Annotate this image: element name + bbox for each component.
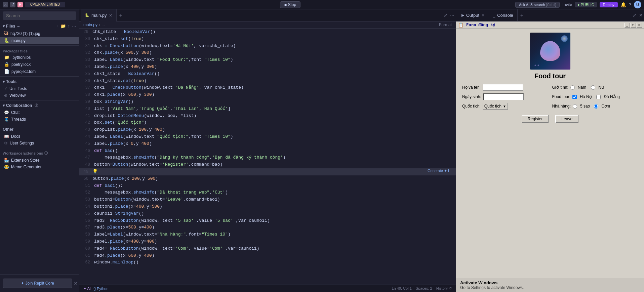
invite-button[interactable]: Invite — [562, 2, 572, 7]
python-file-icon: 🐍 — [4, 38, 9, 43]
divider-3 — [0, 100, 79, 100]
code-line-29: 29 chk_state = BooleanVar() — [79, 29, 456, 36]
code-line-48: 48 button=Button(window,text='Register',… — [79, 161, 456, 168]
file-item-main-py[interactable]: 🐍 main.py — [0, 37, 79, 44]
add-folder-icon[interactable]: 📁 — [61, 24, 66, 29]
sidebar-item-webview[interactable]: ⊕ Webview — [0, 92, 79, 99]
code-line-38: 38 chk1.place(x=600,y=300) — [79, 91, 456, 98]
main-layout: ▾ Files ☁ + 📁 ↑ ⋯ 🖼 hq720 (1) (1).jpg 🐍 … — [0, 9, 644, 292]
unit-tests-icon: ✓ — [4, 86, 7, 91]
history-status[interactable]: History ↺ — [436, 286, 452, 291]
ho-va-ten-input[interactable] — [483, 84, 523, 91]
help-icon[interactable]: ? — [629, 2, 631, 7]
leave-button[interactable]: Leave — [555, 115, 578, 123]
ha-noi-label: Hà Nội — [580, 94, 592, 99]
code-line-51: 51 def bao1(): — [79, 182, 456, 190]
window-maximize-button[interactable]: □ — [631, 23, 636, 28]
code-line-49: 49 💡 Generate ✦ I — [79, 168, 456, 175]
file-item-hq720[interactable]: 🖼 hq720 (1) (1).jpg — [0, 30, 79, 37]
quoc-tich-select[interactable]: Quốc tịch ▼ — [483, 103, 508, 110]
activate-windows-notice: Activate Windows Go to Settings to activ… — [456, 278, 644, 292]
divider-2 — [0, 76, 79, 77]
add-tab-button[interactable]: + — [117, 12, 125, 18]
packager-label: Packager files — [0, 47, 79, 54]
ngay-sinh-input[interactable] — [483, 93, 524, 100]
generate-button[interactable]: Generate ✦ I — [425, 168, 452, 173]
public-badge[interactable]: ● PUBLIC — [575, 2, 597, 7]
da-nang-checkbox[interactable] — [596, 95, 601, 99]
5sao-radio[interactable] — [573, 104, 577, 109]
sidebar-item-extension-store[interactable]: 🏪 Extension Store — [0, 157, 79, 164]
join-replit-core-button[interactable]: ✦ Join Replit Core — [3, 279, 72, 288]
nu-radio[interactable] — [591, 85, 595, 90]
register-button[interactable]: Register — [522, 115, 549, 123]
code-line-45: 45 label.place(x=0,y=400) — [79, 140, 456, 148]
workspace-info-icon: ⓘ — [44, 151, 48, 156]
code-line-41: 41 droplist=OptionMenu(window, box, *lis… — [79, 113, 456, 120]
divider-5 — [0, 148, 79, 148]
more-editor-icon[interactable]: ⋯ — [450, 13, 454, 18]
code-line-61: 61 rad4.place(x=600,y=400) — [79, 252, 456, 259]
nha-hang-row: Nhà hàng: 5 sao Cơm — [552, 103, 638, 110]
tab-output[interactable]: ▶ Output ✕ — [457, 9, 489, 22]
avatar[interactable]: U — [634, 1, 641, 8]
food-tour-image: ✦ ✦ — [530, 33, 570, 70]
output-tab-close-icon[interactable]: ✕ — [481, 13, 485, 18]
close-panel-icon[interactable]: ✕ — [639, 13, 643, 18]
tab-close-icon[interactable]: ✕ — [109, 13, 112, 18]
refresh-icon[interactable]: ↺ — [10, 2, 15, 7]
maximize-panel-icon[interactable]: ⤢ — [633, 13, 636, 18]
lock-file-icon: 🔒 — [4, 62, 9, 67]
bell-icon[interactable]: 🔔 — [620, 2, 626, 7]
window-minimize-button[interactable]: _ — [625, 23, 630, 28]
com-radio[interactable] — [594, 104, 598, 109]
sidebar-item-unit-tests[interactable]: ✓ Unit Tests — [0, 85, 79, 92]
join-close-button[interactable]: ✕ — [74, 281, 78, 286]
window-close-button[interactable]: ✕ — [637, 23, 642, 28]
docs-icon: 📖 — [4, 134, 9, 139]
sidebar-item-docs[interactable]: 📖 Docs — [0, 133, 79, 140]
code-line-32: 32 chk.place(x=500,y=300) — [79, 49, 456, 56]
maximize-editor-icon[interactable]: ⤢ — [444, 13, 447, 18]
add-file-icon[interactable]: + — [56, 24, 58, 29]
quoc-tich-label: Quốc tịch: — [462, 104, 481, 109]
form-grid: Họ và tên: Giới tính: Nam Nữ Ngày — [459, 84, 641, 110]
sidebar-item-chat[interactable]: 💬 Chat — [0, 109, 79, 116]
gioi-tinh-row: Giới tính: Nam Nữ — [552, 84, 638, 91]
chevron-down-icon: ▾ — [3, 24, 5, 29]
code-line-57: 57 rad3.place(x=500,y=400) — [79, 224, 456, 231]
more-icon[interactable]: ⋯ — [72, 24, 76, 29]
file-item-poetry-lock[interactable]: 🔒 poetry.lock — [0, 61, 79, 68]
code-editor[interactable]: 29 chk_state = BooleanVar() 30 chk_state… — [79, 29, 456, 285]
right-panel: ▶ Output ✕ _ Console + ⤢ ✕ 📋 Form đăng k… — [456, 9, 644, 292]
add-panel-tab-button[interactable]: + — [518, 12, 526, 18]
quoc-tich-row: Quốc tịch: Quốc tịch ▼ — [462, 103, 548, 110]
sidebar-item-threads[interactable]: 🧵 Threads — [0, 116, 79, 123]
ngay-sinh-row: Ngày sinh: — [462, 93, 548, 100]
file-item-pyproject-toml[interactable]: 📄 pyproject.toml — [0, 68, 79, 75]
ask-ai-button[interactable]: Ask AI & search [Ctrl+I] — [515, 2, 560, 8]
upload-icon[interactable]: ↑ — [68, 24, 70, 29]
brain-graphic — [540, 41, 560, 61]
file-item-pythonlibs[interactable]: 📁 .pythonlibs — [0, 54, 79, 61]
format-button[interactable]: Format — [439, 23, 452, 27]
editor-tab-main-py[interactable]: 🐍 main.py ✕ — [81, 9, 117, 22]
sidebar-item-meme-generator[interactable]: 😂 Meme Generator — [0, 164, 79, 170]
nam-radio[interactable] — [570, 85, 575, 90]
chevron-down-collab-icon: ▾ — [3, 103, 5, 108]
code-line-58: 58 label=Label(window,text="Nhà hàng:",f… — [79, 231, 456, 238]
breadcrumb: main.py › ... Format — [79, 22, 456, 29]
image-file-icon: 🖼 — [4, 31, 8, 36]
meme-icon: 😂 — [4, 165, 9, 169]
replit-icon[interactable]: R — [17, 2, 23, 7]
stop-button[interactable]: ■ Stop — [280, 1, 300, 8]
deploy-button[interactable]: Deploy — [600, 2, 618, 7]
search-input[interactable] — [3, 11, 76, 20]
home-icon[interactable]: ⌂ — [3, 2, 8, 7]
ngay-sinh-label: Ngày sinh: — [462, 94, 481, 99]
nam-label: Nam — [578, 85, 586, 90]
sidebar-item-user-settings[interactable]: ⚙ User Settings — [0, 140, 79, 147]
ha-noi-checkbox[interactable] — [572, 95, 577, 99]
code-line-53: 53 button1=Button(window,text='Leave',co… — [79, 196, 456, 203]
tab-console[interactable]: _ Console — [489, 9, 518, 22]
